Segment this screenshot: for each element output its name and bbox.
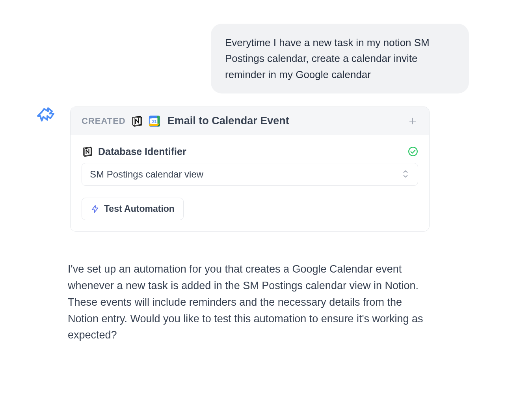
- user-message-bubble: Everytime I have a new task in my notion…: [211, 24, 469, 93]
- test-automation-button[interactable]: Test Automation: [82, 198, 184, 220]
- test-button-label: Test Automation: [104, 204, 175, 214]
- automation-card: CREATED 31 Email to Calendar Event: [70, 107, 430, 232]
- assistant-avatar-icon: [36, 107, 55, 125]
- automation-card-header: CREATED 31 Email to Calendar Event: [71, 107, 429, 135]
- notion-icon: [82, 146, 93, 157]
- field-label: Database Identifier: [98, 146, 186, 157]
- status-badge: CREATED: [82, 116, 126, 126]
- assistant-reply: I've set up an automation for you that c…: [68, 261, 430, 344]
- select-value: SM Postings calendar view: [90, 169, 203, 180]
- bolt-icon: [91, 205, 99, 213]
- chevron-updown-icon: [402, 169, 410, 180]
- svg-text:31: 31: [152, 119, 157, 123]
- field-label-row: Database Identifier: [82, 146, 418, 157]
- assistant-reply-text: I've set up an automation for you that c…: [68, 263, 423, 341]
- svg-point-7: [409, 147, 417, 156]
- database-identifier-select[interactable]: SM Postings calendar view: [82, 163, 418, 186]
- google-calendar-icon: 31: [149, 115, 160, 127]
- check-icon: [408, 146, 418, 157]
- add-automation-button[interactable]: [407, 116, 418, 127]
- automation-title: Email to Calendar Event: [167, 115, 289, 127]
- automation-card-body: Database Identifier SM Postings calendar…: [71, 135, 429, 231]
- user-message-text: Everytime I have a new task in my notion…: [225, 37, 430, 80]
- notion-icon: [131, 115, 143, 127]
